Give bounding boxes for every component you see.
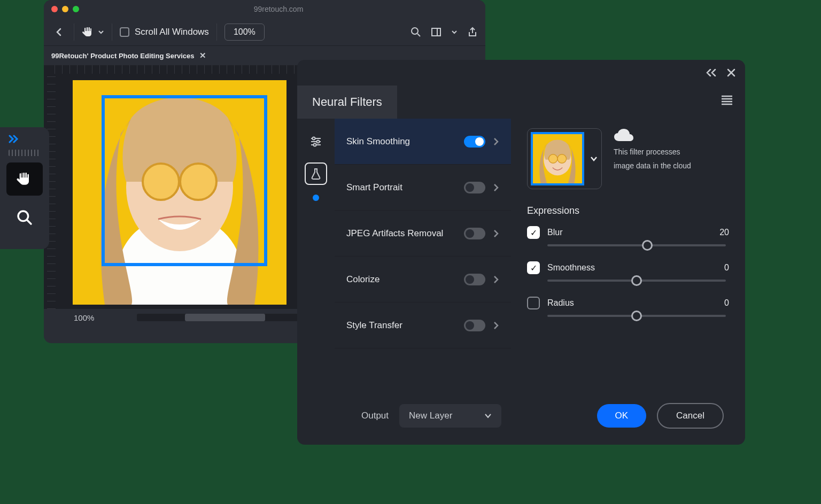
svg-point-4 bbox=[143, 164, 179, 200]
slider-smoothness: ✓ Smoothness 0 bbox=[527, 261, 729, 282]
filter-item-jpeg-artifacts-removal[interactable]: JPEG Artifacts Removal bbox=[335, 211, 511, 257]
cloud-processing-info: This filter processes image data in the … bbox=[614, 128, 691, 170]
filter-list: Skin Smoothing Smart Portrait JPEG Artif… bbox=[335, 119, 511, 389]
chevron-down-icon bbox=[98, 29, 104, 35]
slider-track[interactable] bbox=[547, 315, 726, 317]
hand-tool-indicator[interactable] bbox=[82, 26, 104, 38]
filter-item-style-transfer[interactable]: Style Transfer bbox=[335, 303, 511, 348]
document-tab[interactable]: 99Retouch' Product Photo Editing Service… bbox=[51, 51, 206, 60]
filter-item-colorize[interactable]: Colorize bbox=[335, 257, 511, 303]
panel-body: Skin Smoothing Smart Portrait JPEG Artif… bbox=[297, 119, 745, 389]
chevron-down-icon bbox=[590, 154, 598, 163]
toolbar-separator bbox=[112, 24, 112, 41]
slider-checkbox[interactable]: ✓ bbox=[527, 226, 540, 239]
slider-value: 0 bbox=[724, 298, 729, 308]
slider-value: 0 bbox=[724, 263, 729, 273]
svg-point-12 bbox=[548, 154, 557, 164]
slider-knob[interactable] bbox=[642, 240, 653, 251]
slider-checkbox[interactable] bbox=[527, 297, 540, 309]
filter-toggle[interactable] bbox=[464, 136, 485, 148]
filter-item-skin-smoothing[interactable]: Skin Smoothing bbox=[335, 119, 511, 165]
toolbar-separator bbox=[216, 24, 217, 41]
output-select[interactable]: New Layer bbox=[399, 404, 501, 428]
cancel-button[interactable]: Cancel bbox=[657, 403, 724, 429]
filter-toggle[interactable] bbox=[464, 182, 485, 193]
search-icon[interactable] bbox=[410, 27, 421, 37]
adjustments-category-button[interactable] bbox=[305, 130, 327, 153]
hand-tool-button[interactable] bbox=[6, 162, 43, 196]
filter-toggle[interactable] bbox=[464, 320, 485, 331]
zoom-tool-button[interactable] bbox=[6, 201, 43, 234]
ok-button[interactable]: OK bbox=[597, 404, 647, 428]
portrait-illustration bbox=[73, 80, 286, 305]
filter-label: Smart Portrait bbox=[346, 182, 456, 193]
filter-label: Style Transfer bbox=[346, 320, 456, 331]
window-titlebar: 99retouch.com bbox=[44, 0, 485, 18]
layout-icon[interactable] bbox=[431, 27, 442, 37]
expand-tools-button[interactable] bbox=[5, 133, 44, 145]
chevron-right-icon bbox=[493, 229, 499, 238]
scroll-all-windows-checkbox[interactable]: Scroll All Windows bbox=[120, 27, 209, 37]
svg-point-5 bbox=[180, 164, 216, 200]
filter-label: Skin Smoothing bbox=[346, 136, 456, 147]
window-url: 99retouch.com bbox=[79, 5, 478, 13]
share-icon[interactable] bbox=[467, 27, 478, 37]
beta-category-button[interactable] bbox=[305, 162, 327, 185]
portrait-thumb-illustration bbox=[533, 134, 582, 183]
cloud-info-text-1: This filter processes bbox=[614, 148, 691, 156]
panel-menu-button[interactable] bbox=[709, 86, 745, 119]
maximize-window-button[interactable] bbox=[73, 6, 79, 12]
filter-item-smart-portrait[interactable]: Smart Portrait bbox=[335, 165, 511, 211]
hand-icon bbox=[82, 26, 95, 38]
toolbar-separator bbox=[74, 24, 74, 41]
chevron-down-icon[interactable] bbox=[451, 29, 458, 35]
expressions-section-title: Expressions bbox=[527, 205, 729, 216]
tab-label: 99Retouch' Product Photo Editing Service… bbox=[51, 52, 194, 60]
output-value: New Layer bbox=[409, 410, 452, 421]
back-button[interactable] bbox=[51, 25, 66, 40]
chevron-right-icon bbox=[493, 137, 499, 146]
canvas-image[interactable] bbox=[73, 80, 286, 305]
scroll-all-label: Scroll All Windows bbox=[135, 27, 209, 37]
chevron-right-icon bbox=[493, 321, 499, 330]
output-label: Output bbox=[361, 410, 389, 421]
slider-label: Radius bbox=[547, 298, 574, 308]
filter-options: This filter processes image data in the … bbox=[511, 119, 745, 389]
face-preview-selector[interactable] bbox=[527, 128, 602, 189]
minimize-window-button[interactable] bbox=[62, 6, 68, 12]
zoom-status-label: 100% bbox=[74, 313, 94, 322]
slider-checkbox[interactable]: ✓ bbox=[527, 261, 540, 274]
active-indicator-dot bbox=[313, 195, 319, 201]
filter-toggle[interactable] bbox=[464, 274, 485, 285]
zoom-level-field[interactable]: 100% bbox=[224, 24, 265, 41]
chevron-right-icon bbox=[493, 275, 499, 284]
close-panel-button[interactable] bbox=[727, 68, 735, 77]
svg-rect-1 bbox=[432, 28, 440, 36]
svg-point-8 bbox=[317, 141, 320, 143]
menu-icon bbox=[721, 95, 733, 106]
svg-point-13 bbox=[557, 154, 567, 164]
checkbox-icon bbox=[120, 27, 129, 37]
slider-label: Smoothness bbox=[547, 263, 595, 273]
slider-knob[interactable] bbox=[631, 275, 642, 286]
sliders-icon bbox=[309, 135, 322, 148]
scrollbar-thumb[interactable] bbox=[185, 314, 265, 321]
svg-point-7 bbox=[313, 137, 315, 140]
slider-knob[interactable] bbox=[631, 311, 642, 321]
panel-header bbox=[297, 60, 745, 86]
close-tab-icon[interactable]: ✕ bbox=[199, 51, 206, 60]
slider-track[interactable] bbox=[547, 244, 726, 246]
traffic-lights bbox=[51, 6, 79, 12]
face-thumbnail bbox=[531, 132, 584, 185]
slider-track[interactable] bbox=[547, 280, 726, 282]
panel-footer: Output New Layer OK Cancel bbox=[297, 389, 745, 445]
flask-icon bbox=[310, 168, 322, 180]
filter-category-rail bbox=[297, 119, 335, 389]
hand-icon bbox=[16, 170, 33, 188]
close-window-button[interactable] bbox=[51, 6, 58, 12]
collapse-panel-button[interactable] bbox=[706, 69, 719, 76]
panel-grip[interactable] bbox=[9, 150, 41, 156]
tools-panel bbox=[0, 127, 49, 249]
filter-toggle[interactable] bbox=[464, 228, 485, 239]
neural-filters-panel: Neural Filters Skin Smoothing Smart Port… bbox=[297, 60, 745, 445]
